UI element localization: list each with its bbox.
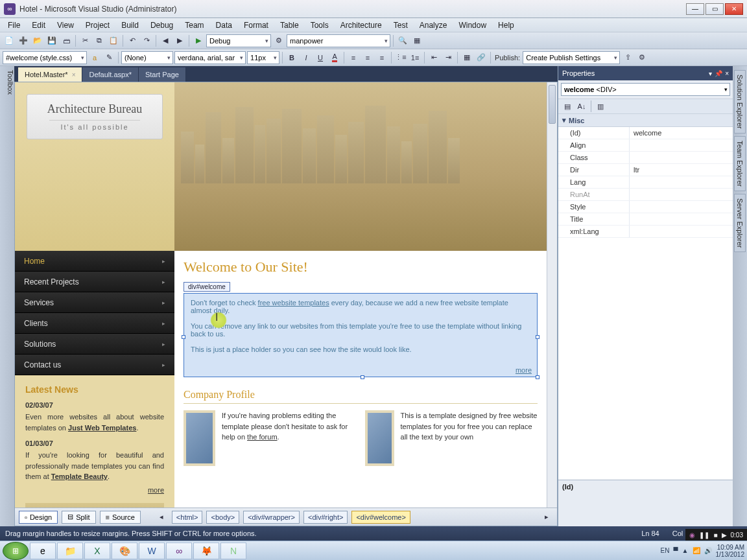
welcome-link[interactable]: free website templates [258, 299, 329, 307]
font-family-combo[interactable]: verdana, arial, sar [174, 51, 246, 64]
menu-project[interactable]: Project [80, 19, 115, 31]
minimize-button[interactable]: — [686, 3, 704, 15]
menu-build[interactable]: Build [116, 19, 144, 31]
prop-value[interactable]: welcome [630, 127, 733, 139]
nav-back-icon[interactable]: ◀ [159, 34, 172, 47]
redo-icon[interactable]: ↷ [140, 34, 153, 47]
tray-sound-icon[interactable]: 🔊 [704, 547, 712, 554]
nav-solutions[interactable]: Solutions [15, 334, 174, 355]
undo-icon[interactable]: ↶ [126, 34, 139, 47]
style-icon[interactable]: a [88, 51, 101, 64]
publish-combo[interactable]: Create Publish Settings [523, 51, 620, 64]
publish-run-icon[interactable]: ⇪ [621, 51, 634, 64]
paste-icon[interactable]: 📋 [107, 34, 120, 47]
menu-table[interactable]: Table [275, 19, 304, 31]
config-combo[interactable]: Debug [206, 34, 271, 47]
welcome-more[interactable]: more [516, 366, 532, 374]
new-style-icon[interactable]: ✎ [102, 51, 115, 64]
close-icon[interactable]: × [725, 70, 729, 77]
system-tray[interactable]: EN ▀ ▲ 📶 🔊 10:09 AM 1/13/2012 [661, 544, 744, 558]
alphabetical-icon[interactable]: A↓ [575, 100, 588, 113]
breadcrumb-next-icon[interactable]: ▸ [540, 511, 553, 524]
hyperlink-icon[interactable]: 🔗 [475, 51, 488, 64]
task-notepadpp[interactable]: N [220, 542, 246, 559]
tab-default-aspx[interactable]: Default.aspx* [82, 67, 138, 82]
crumb-wrapper[interactable]: <div#wrapper> [243, 511, 300, 524]
nav-recent[interactable]: Recent Projects [15, 272, 174, 292]
tray-network-icon[interactable]: 📶 [693, 547, 700, 554]
resize-handle-icon[interactable] [536, 335, 540, 339]
menu-tools[interactable]: Tools [305, 19, 334, 31]
resize-handle-icon[interactable] [361, 375, 364, 379]
tray-flag-icon[interactable]: ▀ [674, 547, 678, 554]
underline-icon[interactable]: U [314, 51, 327, 64]
breadcrumb-prev-icon[interactable]: ◂ [155, 511, 168, 524]
categorized-icon[interactable]: ▤ [561, 100, 574, 113]
media-player-strip[interactable]: ◉ ❚❚ ■ ▶ 0:03 [685, 529, 747, 541]
menu-format[interactable]: Format [239, 19, 274, 31]
view-source[interactable]: ≡ Source [100, 511, 141, 524]
start-button[interactable]: ⊞ [3, 542, 29, 560]
task-vs[interactable]: ∞ [166, 542, 192, 559]
add-item-icon[interactable]: ➕ [17, 34, 30, 47]
numbering-icon[interactable]: 1≡ [409, 51, 421, 64]
menu-data[interactable]: Data [211, 19, 237, 31]
task-ie[interactable]: e [30, 542, 56, 559]
cut-icon[interactable]: ✂ [78, 34, 91, 47]
close-icon[interactable]: × [72, 71, 76, 78]
task-word[interactable]: W [139, 542, 165, 559]
tray-up-icon[interactable]: ▲ [682, 547, 689, 554]
vertical-scrollbar[interactable] [547, 82, 557, 508]
tab-hotel-master[interactable]: Hotel.Master*× [18, 67, 82, 82]
align-left-icon[interactable]: ≡ [347, 51, 360, 64]
media-pause-icon[interactable]: ❚❚ [699, 531, 709, 539]
task-excel[interactable]: X [84, 542, 110, 559]
nav-contact[interactable]: Contact us [15, 355, 174, 375]
bullets-icon[interactable]: ⋮≡ [394, 51, 407, 64]
save-icon[interactable]: 💾 [45, 34, 58, 47]
style-apply-combo[interactable]: (None) [121, 51, 173, 64]
crumb-right[interactable]: <div#right> [303, 511, 348, 524]
outdent-icon[interactable]: ⇤ [427, 51, 440, 64]
news-link-1[interactable]: Just Web Templates [68, 424, 136, 432]
toolbox-rail[interactable]: Toolbox [0, 66, 14, 526]
media-next-icon[interactable]: ▶ [722, 531, 727, 539]
menu-architecture[interactable]: Architecture [335, 19, 387, 31]
menu-analyze[interactable]: Analyze [414, 19, 453, 31]
prop-category[interactable]: ▾ Misc [558, 114, 733, 127]
copy-icon[interactable]: ⧉ [93, 34, 106, 47]
new-project-icon[interactable]: 📄 [3, 34, 16, 47]
task-firefox[interactable]: 🦊 [193, 542, 219, 559]
designer-surface[interactable]: Architecture Bureau It's all possible [15, 82, 547, 508]
bold-icon[interactable]: B [285, 51, 298, 64]
platform-combo[interactable]: manpower [287, 34, 390, 47]
tab-start-page[interactable]: Start Page [139, 67, 186, 82]
align-center-icon[interactable]: ≡ [361, 51, 374, 64]
nav-services[interactable]: Services [15, 292, 174, 313]
view-design[interactable]: ▫ Design [19, 511, 58, 524]
menu-view[interactable]: View [52, 19, 79, 31]
nav-home[interactable]: Home [15, 251, 174, 272]
task-explorer[interactable]: 📁 [57, 542, 83, 559]
welcome-div-selected[interactable]: I Don't forget to check free website tem… [184, 293, 538, 377]
open-icon[interactable]: 📂 [31, 34, 44, 47]
maximize-button[interactable]: ▭ [706, 3, 724, 15]
property-pages-icon[interactable]: ▥ [594, 100, 607, 113]
save-all-icon[interactable]: 🗃 [60, 34, 73, 47]
menu-team[interactable]: Team [180, 19, 209, 31]
publish-settings-icon[interactable]: ⚙ [635, 51, 648, 64]
resize-handle-icon[interactable] [536, 375, 540, 379]
tray-lang[interactable]: EN [661, 547, 670, 554]
nav-clients[interactable]: Clients [15, 313, 174, 334]
selection-tag[interactable]: div#welcome [184, 282, 230, 292]
solution-explorer-tab[interactable]: Solution Explorer [734, 70, 746, 134]
scrollbar-thumb[interactable] [549, 85, 556, 124]
menu-debug[interactable]: Debug [145, 19, 178, 31]
platform-icon[interactable]: ⚙ [272, 34, 285, 47]
start-debug-icon[interactable]: ▶ [192, 34, 205, 47]
pin-icon[interactable]: ▾ [709, 70, 712, 77]
nav-fwd-icon[interactable]: ▶ [173, 34, 186, 47]
layers-icon[interactable]: ▦ [410, 34, 423, 47]
font-size-combo[interactable]: 11px [247, 51, 279, 64]
server-explorer-tab[interactable]: Server Explorer [734, 194, 746, 252]
